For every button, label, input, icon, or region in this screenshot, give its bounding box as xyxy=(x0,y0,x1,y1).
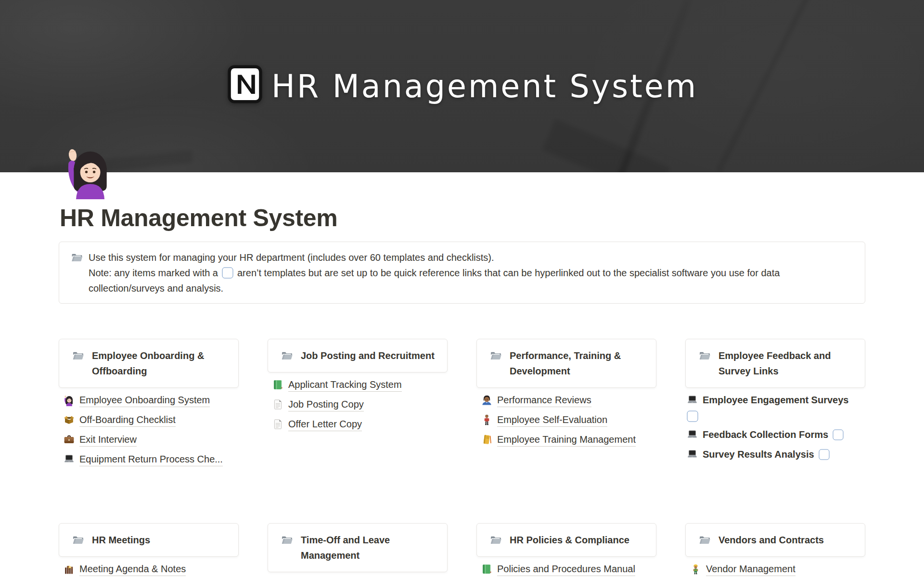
category-section: Performance, Training & DevelopmentPerfo… xyxy=(476,339,656,453)
page-link-label: Survey Results Analysis xyxy=(703,449,814,460)
category-card[interactable]: HR Meetings xyxy=(59,523,239,557)
page-link-label: Off-Boarding Checklist xyxy=(79,414,176,427)
category-card[interactable]: Vendors and Contracts xyxy=(685,523,865,557)
callout: Use this system for managing your HR dep… xyxy=(59,242,865,304)
category-title: Employee Feedback and Survey Links xyxy=(719,348,852,379)
category-title: Vendors and Contracts xyxy=(719,532,824,548)
page-link-label: Employee Onboarding System xyxy=(79,395,210,407)
link-list: Policies and Procedures Manual xyxy=(476,563,656,576)
category-title: Job Posting and Recruitment xyxy=(301,348,435,363)
page-link[interactable]: Equipment Return Process Che... xyxy=(59,453,239,466)
open-folder-icon xyxy=(698,350,711,362)
open-folder-icon xyxy=(72,534,85,546)
page-link-label: Vendor Management xyxy=(706,564,796,576)
page-title: HR Management System xyxy=(60,204,865,232)
open-folder-icon xyxy=(281,350,294,362)
person-red-icon xyxy=(481,414,493,426)
callout-line-1: Use this system for managing your HR dep… xyxy=(89,250,780,265)
arrow-up-right-icon xyxy=(687,410,698,422)
page-link[interactable]: Vendor Management xyxy=(685,563,865,576)
page-cover[interactable]: HR Management System xyxy=(0,0,924,172)
page-link[interactable]: Employee Onboarding System xyxy=(59,394,239,407)
open-folder-icon xyxy=(489,350,502,362)
laptop-icon xyxy=(686,449,698,461)
category-card[interactable]: Time-Off and Leave Management xyxy=(268,523,448,572)
page-link-label: Job Posting Copy xyxy=(288,399,364,411)
category-grid: Employee Onboarding & OffboardingEmploye… xyxy=(59,339,865,577)
page-link-label: Employee Training Management xyxy=(497,434,636,447)
category-section: HR MeetingsMeeting Agenda & Notes xyxy=(59,523,239,577)
arrow-up-right-icon xyxy=(222,267,233,279)
page-link[interactable]: Employee Engagement Surveys xyxy=(685,394,865,422)
woman-raising-hand-icon xyxy=(63,394,75,406)
document-icon xyxy=(272,418,284,430)
page-icon-woman-raising-hand[interactable] xyxy=(63,142,116,199)
page-link[interactable]: Feedback Collection Forms xyxy=(685,428,865,442)
page-link[interactable]: Offer Letter Copy xyxy=(268,418,448,431)
page-link[interactable]: Survey Results Analysis xyxy=(685,448,865,462)
laptop-icon xyxy=(686,429,698,441)
category-section: Time-Off and Leave Management xyxy=(268,523,448,577)
category-card[interactable]: HR Policies & Compliance xyxy=(476,523,656,557)
link-list: Employee Onboarding SystemOff-Boarding C… xyxy=(59,394,239,466)
page-link-label: Equipment Return Process Che... xyxy=(79,454,223,466)
category-section: Employee Onboarding & OffboardingEmploye… xyxy=(59,339,239,473)
page-link[interactable]: Applicant Tracking System xyxy=(268,378,448,392)
category-card[interactable]: Performance, Training & Development xyxy=(476,339,656,388)
page-link[interactable]: Job Posting Copy xyxy=(268,398,448,411)
open-folder-icon xyxy=(281,534,294,546)
page-link-label: Applicant Tracking System xyxy=(288,379,402,392)
page-link[interactable]: Exit Interview xyxy=(59,433,239,447)
construction-worker-icon xyxy=(690,563,702,575)
cityscape-icon xyxy=(63,563,75,575)
category-title: HR Policies & Compliance xyxy=(510,532,629,548)
page-link-label: Performance Reviews xyxy=(497,395,591,407)
callout-note: Note: any items marked with aaren’t temp… xyxy=(89,265,780,281)
woman-raising-hand-icon xyxy=(63,142,116,199)
briefcase-icon xyxy=(63,434,75,446)
page-link[interactable]: Policies and Procedures Manual xyxy=(476,563,656,576)
category-title: Performance, Training & Development xyxy=(510,348,643,379)
page-link-label: Employee Engagement Surveys xyxy=(703,395,848,405)
page-link-label: Meeting Agenda & Notes xyxy=(79,564,186,576)
link-list: Applicant Tracking SystemJob Posting Cop… xyxy=(268,378,448,431)
page-link-label: Policies and Procedures Manual xyxy=(497,564,635,576)
callout-note-tail: collection/surveys and analysis. xyxy=(89,281,780,296)
page-link[interactable]: Meeting Agenda & Notes xyxy=(59,563,239,576)
man-office-worker-icon xyxy=(481,394,493,406)
open-folder-icon xyxy=(489,534,502,546)
link-list: Employee Engagement SurveysFeedback Coll… xyxy=(685,394,865,462)
page-link[interactable]: Performance Reviews xyxy=(476,394,656,407)
category-card[interactable]: Job Posting and Recruitment xyxy=(268,339,448,372)
category-card[interactable]: Employee Onboarding & Offboarding xyxy=(59,339,239,388)
open-box-icon xyxy=(63,414,75,426)
page-link[interactable]: Employee Self-Evaluation xyxy=(476,413,656,427)
category-section: Employee Feedback and Survey LinksEmploy… xyxy=(685,339,865,468)
category-title: HR Meetings xyxy=(92,532,150,548)
link-list: Vendor Management xyxy=(685,563,865,576)
page-link[interactable]: Employee Training Management xyxy=(476,433,656,447)
category-title: Employee Onboarding & Offboarding xyxy=(92,348,226,379)
page-link[interactable]: Off-Boarding Checklist xyxy=(59,413,239,427)
link-list: Performance ReviewsEmployee Self-Evaluat… xyxy=(476,394,656,447)
page-link-label: Offer Letter Copy xyxy=(288,419,362,431)
callout-note-before: Note: any items marked with a xyxy=(89,268,218,278)
open-folder-icon xyxy=(72,350,85,362)
category-card[interactable]: Employee Feedback and Survey Links xyxy=(685,339,865,388)
green-book-icon xyxy=(481,563,493,575)
link-list: Meeting Agenda & Notes xyxy=(59,563,239,576)
green-book-icon xyxy=(272,379,284,391)
open-folder-icon xyxy=(71,252,83,264)
callout-text: Use this system for managing your HR dep… xyxy=(89,250,780,296)
cover-title: HR Management System xyxy=(271,68,698,104)
arrow-up-right-icon xyxy=(819,449,830,460)
page-link-label: Exit Interview xyxy=(79,434,137,447)
page-body: HR Management System Use this system for… xyxy=(59,204,865,577)
ledger-icon xyxy=(481,434,493,446)
document-icon xyxy=(272,398,284,410)
page-link-label: Feedback Collection Forms xyxy=(703,429,828,440)
cover-branding: HR Management System xyxy=(0,0,924,172)
open-folder-icon xyxy=(698,534,711,546)
callout-note-after: aren’t templates but are set up to be qu… xyxy=(237,268,780,278)
notion-logo-icon xyxy=(226,64,264,104)
